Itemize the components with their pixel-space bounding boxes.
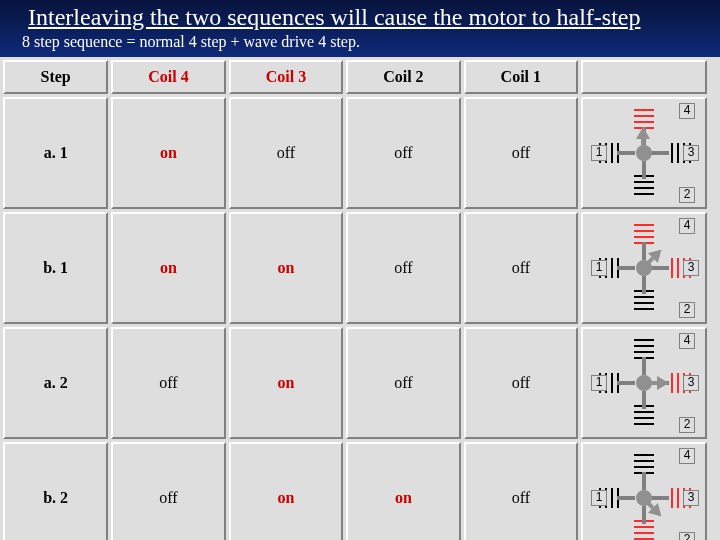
col-coil1: Coil 1: [464, 60, 578, 94]
coil-label: 4: [679, 448, 695, 464]
slide: Interleaving the two sequences will caus…: [0, 0, 720, 540]
step-cell: a. 2: [3, 327, 108, 439]
coil-label: 2: [679, 187, 695, 203]
stub-icon: [642, 161, 646, 179]
stub-icon: [651, 266, 669, 270]
stub-icon: [617, 151, 635, 155]
stub-icon: [642, 391, 646, 409]
col-coil2: Coil 2: [346, 60, 460, 94]
coil4-cell: off: [111, 327, 225, 439]
table-row: a. 1onoffoffoff4321: [3, 97, 707, 209]
coil-label: 4: [679, 103, 695, 119]
coil1-cell: off: [464, 327, 578, 439]
diagram-cell: 4321: [581, 212, 707, 324]
coil1-cell: off: [464, 442, 578, 540]
stub-icon: [651, 496, 669, 500]
coil-label: 3: [683, 375, 699, 391]
stub-icon: [642, 506, 646, 524]
coil4-cell: off: [111, 442, 225, 540]
stub-icon: [642, 472, 646, 490]
step-cell: b. 1: [3, 212, 108, 324]
diagram-cell: 4321: [581, 97, 707, 209]
coil-label: 1: [591, 145, 607, 161]
coil-label: 2: [679, 417, 695, 433]
table-row: b. 2offononoff4321: [3, 442, 707, 540]
coil1-cell: off: [464, 97, 578, 209]
coil-label: 1: [591, 260, 607, 276]
coil-label: 4: [679, 218, 695, 234]
coil-label: 2: [679, 302, 695, 318]
diagram-cell: 4321: [581, 327, 707, 439]
motor-diagram: 4321: [591, 333, 697, 433]
coil2-cell: off: [346, 97, 460, 209]
table-row: a. 2offonoffoff4321: [3, 327, 707, 439]
coil1-cell: off: [464, 212, 578, 324]
coil-label: 1: [591, 490, 607, 506]
table-header-row: Step Coil 4 Coil 3 Coil 2 Coil 1: [3, 60, 707, 94]
stub-icon: [651, 151, 669, 155]
coil-label: 3: [683, 145, 699, 161]
coil-label: 3: [683, 490, 699, 506]
slide-title: Interleaving the two sequences will caus…: [0, 4, 720, 31]
diagram-cell: 4321: [581, 442, 707, 540]
coil-label: 1: [591, 375, 607, 391]
step-cell: b. 2: [3, 442, 108, 540]
coil3-cell: on: [229, 327, 343, 439]
stub-icon: [642, 357, 646, 375]
motor-diagram: 4321: [591, 103, 697, 203]
coil-label: 2: [679, 532, 695, 540]
coil2-cell: on: [346, 442, 460, 540]
col-step: Step: [3, 60, 108, 94]
col-coil3: Coil 3: [229, 60, 343, 94]
coil3-cell: off: [229, 97, 343, 209]
coil2-cell: off: [346, 327, 460, 439]
stub-icon: [642, 242, 646, 260]
halfstep-table: Step Coil 4 Coil 3 Coil 2 Coil 1 a. 1ono…: [0, 57, 710, 540]
table-wrap: Step Coil 4 Coil 3 Coil 2 Coil 1 a. 1ono…: [0, 57, 720, 540]
col-coil4: Coil 4: [111, 60, 225, 94]
coil-label: 4: [679, 333, 695, 349]
stub-icon: [617, 496, 635, 500]
col-diagram: [581, 60, 707, 94]
table-row: b. 1ononoffoff4321: [3, 212, 707, 324]
coil2-cell: off: [346, 212, 460, 324]
slide-subtitle: 8 step sequence = normal 4 step + wave d…: [0, 31, 720, 51]
coil3-cell: on: [229, 442, 343, 540]
coil-label: 3: [683, 260, 699, 276]
slide-header: Interleaving the two sequences will caus…: [0, 0, 720, 57]
coil3-cell: on: [229, 212, 343, 324]
motor-diagram: 4321: [591, 448, 697, 540]
coil4-cell: on: [111, 212, 225, 324]
stub-icon: [617, 381, 635, 385]
stub-icon: [642, 276, 646, 294]
motor-diagram: 4321: [591, 218, 697, 318]
step-cell: a. 1: [3, 97, 108, 209]
stub-icon: [617, 266, 635, 270]
coil4-cell: on: [111, 97, 225, 209]
